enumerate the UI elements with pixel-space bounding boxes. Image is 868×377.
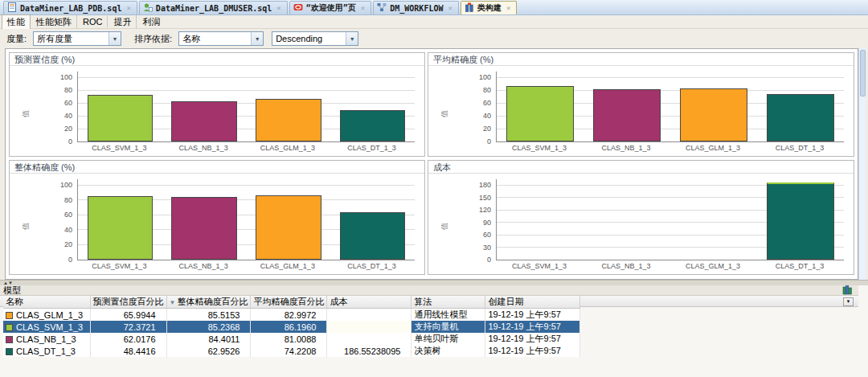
close-icon[interactable]: × (361, 4, 365, 12)
view-tab-2[interactable]: ROC (77, 16, 108, 27)
cell-algorithm[interactable]: 单纯贝叶斯 (411, 333, 485, 345)
cell-cost[interactable] (327, 333, 411, 345)
column-header-0[interactable]: 名称 (3, 296, 90, 309)
cell-average[interactable]: 86.1960 (251, 321, 327, 333)
column-header-4[interactable]: 成本 (327, 296, 411, 309)
x-category-label: CLAS_GLM_1_3 (669, 144, 756, 152)
close-icon[interactable]: × (506, 4, 510, 12)
cell-created[interactable]: 19-12-19 上午9:57 (485, 321, 580, 333)
measure-toolbar: 度量: 所有度量 ▼ 排序依据: 名称 ▼ Descending ▼ (0, 29, 868, 48)
bar-CLAS_SVM_1_3[interactable] (506, 86, 574, 141)
sort-by-combobox[interactable]: 名称 ▼ (178, 31, 264, 46)
chevron-down-icon[interactable]: ▼ (346, 32, 358, 45)
y-tick-label: 150 (428, 194, 491, 202)
measure-combobox[interactable]: 所有度量 ▼ (33, 31, 121, 46)
measure-combobox-value: 所有度量 (37, 33, 108, 45)
bar-CLAS_DT_1_3[interactable] (767, 182, 834, 260)
cell-name[interactable]: CLAS_GLM_1_3 (3, 309, 90, 322)
bar-CLAS_GLM_1_3[interactable] (680, 88, 747, 141)
cell-overall[interactable]: 62.9526 (166, 345, 251, 357)
table-row-CLAS_GLM_1_3[interactable]: CLAS_GLM_1_365.994485.515382.9972通用线性模型1… (3, 309, 580, 322)
column-header-5[interactable]: 算法 (411, 296, 485, 309)
chevron-down-icon[interactable]: ▼ (251, 32, 263, 45)
cell-confidence[interactable]: 48.4416 (90, 345, 166, 357)
editor-tab-4[interactable]: 类构建× (461, 1, 517, 14)
view-tab-3[interactable]: 提升 (108, 15, 137, 29)
bar-CLAS_NB_1_3[interactable] (171, 197, 237, 260)
bar-CLAS_NB_1_3[interactable] (593, 89, 661, 141)
bar-CLAS_GLM_1_3[interactable] (256, 195, 321, 260)
cell-created[interactable]: 19-12-19 上午9:57 (485, 309, 580, 322)
y-tick-label: 80 (10, 86, 72, 94)
cell-algorithm[interactable]: 通用线性模型 (411, 309, 485, 322)
cell-confidence[interactable]: 62.0176 (90, 333, 166, 345)
x-category-label: CLAS_DT_1_3 (756, 262, 843, 270)
close-icon[interactable]: × (448, 4, 452, 12)
editor-tab-label: 类构建 (477, 2, 502, 14)
gridline (78, 185, 415, 186)
bar-CLAS_GLM_1_3[interactable] (256, 99, 321, 141)
y-tick-label: 0 (10, 256, 72, 264)
bar-chart-average-accuracy: 值020406080100CLAS_SVM_1_3CLAS_NB_1_3CLAS… (428, 67, 854, 156)
close-icon[interactable]: × (276, 4, 280, 12)
cell-cost[interactable]: 186.55238095 (327, 345, 411, 357)
bar-CLAS_SVM_1_3[interactable] (88, 95, 154, 141)
bar-CLAS_DT_1_3[interactable] (340, 212, 406, 260)
cell-algorithm[interactable]: 决策树 (411, 345, 485, 357)
oracle-icon (293, 2, 303, 14)
cell-average[interactable]: 81.0088 (251, 333, 327, 345)
editor-tab-label: DataMiner_LAB_DMUSER.sql (156, 4, 272, 13)
sql-user-icon (143, 2, 153, 14)
editor-tab-0[interactable]: DataMiner_LAB_PDB.sql× (3, 1, 137, 14)
cell-average[interactable]: 74.2208 (251, 345, 327, 357)
cell-confidence[interactable]: 72.3721 (90, 321, 166, 333)
cell-name[interactable]: CLAS_DT_1_3 (3, 345, 90, 357)
y-tick-label: 100 (10, 181, 72, 189)
bar-CLAS_DT_1_3[interactable] (340, 110, 406, 141)
cell-overall[interactable]: 84.4011 (166, 333, 251, 345)
cell-name[interactable]: CLAS_NB_1_3 (3, 333, 90, 345)
charts-area: 预测置信度 (%) 值020406080100CLAS_SVM_1_3CLAS_… (5, 48, 858, 280)
cell-overall[interactable]: 85.2368 (166, 321, 251, 333)
horizontal-splitter[interactable]: ▲▼ (0, 280, 868, 285)
view-tab-4[interactable]: 利润 (137, 15, 165, 29)
column-header-1[interactable]: 预测置信度百分比 (90, 296, 166, 309)
bar-CLAS_NB_1_3[interactable] (171, 101, 237, 141)
view-tab-0[interactable]: 性能 (2, 14, 31, 30)
y-tick-label: 40 (10, 112, 72, 120)
cell-created[interactable]: 19-12-19 上午9:57 (485, 345, 580, 357)
bar-CLAS_SVM_1_3[interactable] (88, 196, 154, 260)
table-row-CLAS_SVM_1_3[interactable]: CLAS_SVM_1_372.372185.236886.1960支持向量机19… (3, 321, 580, 333)
column-header-3[interactable]: 平均精确度百分比 (251, 296, 327, 309)
cell-cost[interactable] (327, 321, 411, 333)
scrollbar-thumb[interactable] (860, 50, 866, 96)
chevron-down-icon[interactable]: ▼ (108, 32, 121, 45)
column-picker-button[interactable]: ▼ (843, 297, 854, 306)
y-tick-label: 120 (428, 206, 491, 214)
close-icon[interactable]: × (126, 4, 130, 12)
cell-created[interactable]: 19-12-19 上午9:57 (485, 333, 580, 345)
chart-plot-area (77, 72, 415, 142)
column-header-2[interactable]: ▼整体精确度百分比 (166, 296, 251, 309)
bar-CLAS_DT_1_3[interactable] (767, 94, 834, 141)
editor-tab-3[interactable]: DM_WORKFLOW× (373, 1, 459, 14)
sort-order-combobox[interactable]: Descending ▼ (272, 31, 358, 46)
gridline (497, 77, 844, 78)
cell-algorithm[interactable]: 支持向量机 (411, 321, 485, 333)
view-tab-1[interactable]: 性能矩阵 (31, 15, 77, 29)
refresh-icon[interactable] (842, 285, 852, 295)
cell-average[interactable]: 82.9972 (251, 309, 327, 322)
table-row-CLAS_DT_1_3[interactable]: CLAS_DT_1_348.441662.952674.2208186.5523… (3, 345, 580, 357)
cell-name[interactable]: CLAS_SVM_1_3 (3, 321, 90, 333)
cell-confidence[interactable]: 65.9944 (90, 309, 166, 322)
editor-tab-1[interactable]: DataMiner_LAB_DMUSER.sql× (139, 1, 288, 14)
editor-tab-2[interactable]: “欢迎使用”页× (289, 1, 371, 14)
cell-overall[interactable]: 85.5153 (166, 309, 251, 322)
cell-cost[interactable] (327, 309, 411, 322)
table-row-CLAS_NB_1_3[interactable]: CLAS_NB_1_362.017684.401181.0088单纯贝叶斯19-… (3, 333, 580, 345)
x-category-label: CLAS_GLM_1_3 (246, 262, 330, 270)
column-header-6[interactable]: 创建日期 (485, 296, 580, 309)
y-tick-label: 40 (428, 112, 491, 120)
y-tick-label: 60 (428, 231, 491, 239)
y-tick-label: 20 (10, 240, 72, 248)
